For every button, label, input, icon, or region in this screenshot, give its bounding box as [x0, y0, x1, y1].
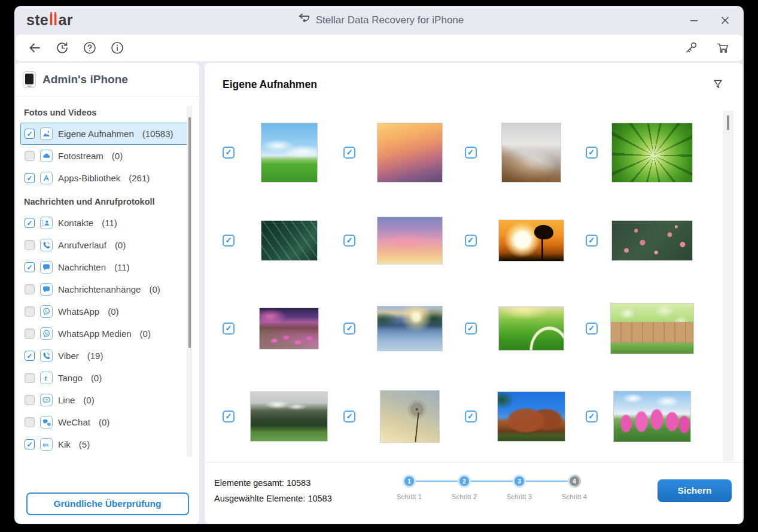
photo-thumbnail[interactable] — [613, 391, 691, 442]
buy-cart-icon[interactable] — [716, 41, 730, 55]
register-key-icon[interactable] — [684, 41, 698, 55]
photo-checkbox[interactable] — [343, 235, 355, 247]
photo-checkbox[interactable] — [223, 323, 235, 335]
photo-cell — [465, 196, 586, 284]
photo-checkbox[interactable] — [465, 411, 477, 422]
photo-thumbnail[interactable] — [377, 123, 443, 183]
svg-text:t: t — [44, 375, 47, 382]
sidebar-item[interactable]: WhatsApp Medien(0) — [20, 323, 191, 345]
photo-thumbnail[interactable] — [377, 306, 443, 351]
help-icon[interactable] — [83, 41, 97, 55]
photo-cell — [465, 284, 586, 372]
sidebar-item-count: (11) — [102, 218, 117, 228]
sidebar-scrollbar-thumb[interactable] — [188, 117, 191, 348]
sidebar-item[interactable]: kikKik(5) — [20, 433, 191, 455]
sidebar-item[interactable]: Viber(19) — [20, 345, 191, 367]
photo-wrap — [477, 391, 586, 442]
deep-scan-button[interactable]: Gründliche Überprüfung — [26, 493, 189, 515]
sidebar-item-label: Kontakte — [58, 218, 93, 228]
sidebar-item[interactable]: Anrufverlauf(0) — [20, 234, 191, 256]
sidebar-item-count: (0) — [149, 284, 160, 294]
photo-thumbnail[interactable] — [611, 123, 693, 183]
main-scrollbar[interactable] — [723, 111, 733, 461]
sidebar-item[interactable]: Nachrichten(11) — [20, 256, 191, 278]
selected-count-value: 10583 — [308, 494, 331, 503]
photo-thumbnail[interactable] — [501, 123, 561, 183]
photo-checkbox[interactable] — [586, 411, 598, 422]
category-checkbox[interactable] — [25, 417, 35, 427]
sidebar-item[interactable]: Apps-Bibliothek(261) — [20, 167, 191, 189]
category-checkbox[interactable] — [25, 129, 35, 139]
category-checkbox[interactable] — [25, 151, 35, 161]
category-checkbox[interactable] — [25, 240, 35, 250]
info-icon[interactable] — [110, 41, 124, 55]
photo-cell — [223, 196, 343, 284]
history-icon[interactable] — [55, 41, 69, 55]
photo-checkbox[interactable] — [465, 235, 477, 247]
category-checkbox[interactable] — [25, 306, 35, 317]
photo-thumbnail[interactable] — [377, 217, 443, 265]
category-checkbox[interactable] — [25, 329, 35, 339]
sidebar-section-title: Fotos und Videos — [16, 100, 199, 123]
photo-checkbox[interactable] — [223, 235, 235, 247]
photo-checkbox[interactable] — [343, 411, 355, 422]
step-2: 2Schritt 2 — [437, 475, 492, 500]
photo-checkbox[interactable] — [586, 323, 598, 335]
photo-cell — [586, 196, 707, 284]
category-checkbox[interactable] — [25, 262, 35, 272]
photo-thumbnail[interactable] — [380, 390, 440, 443]
photo-checkbox[interactable] — [465, 147, 477, 159]
sidebar-item[interactable]: Kontakte(11) — [20, 212, 191, 234]
photo-checkbox[interactable] — [343, 147, 355, 159]
photo-cell — [223, 372, 343, 460]
step-label: Schritt 3 — [492, 493, 547, 500]
category-checkbox[interactable] — [25, 439, 35, 449]
category-checkbox[interactable] — [25, 284, 35, 294]
category-checkbox[interactable] — [25, 351, 35, 361]
sidebar-item[interactable]: Line(0) — [20, 389, 191, 411]
category-checkbox[interactable] — [25, 173, 35, 183]
sidebar-item[interactable]: WeChat(0) — [20, 411, 191, 433]
photo-thumbnail[interactable] — [610, 303, 694, 354]
filter-icon[interactable] — [711, 78, 724, 91]
photo-thumbnail[interactable] — [498, 306, 564, 351]
photo-wrap — [235, 123, 343, 183]
photo-thumbnail[interactable] — [259, 308, 319, 349]
sidebar-item[interactable]: tTango(0) — [20, 367, 191, 389]
photo-checkbox[interactable] — [343, 323, 355, 335]
category-list: Fotos und VideosEigene Aufnahmen(10583)F… — [16, 96, 199, 487]
sidebar-item-label: Tango — [58, 373, 83, 383]
step-3: 3Schritt 3 — [492, 475, 547, 500]
sidebar-scrollbar[interactable] — [187, 106, 192, 457]
photo-thumbnail[interactable] — [250, 391, 328, 442]
sidebar-item-label: Kik — [58, 439, 71, 449]
sidebar-item[interactable]: WhatsApp(0) — [20, 300, 191, 323]
close-button[interactable] — [719, 14, 732, 27]
photo-checkbox[interactable] — [586, 147, 598, 159]
sidebar-item[interactable]: Eigene Aufnahmen(10583) — [20, 123, 191, 145]
photo-checkbox[interactable] — [223, 411, 235, 422]
category-checkbox[interactable] — [25, 373, 35, 383]
category-checkbox[interactable] — [25, 395, 35, 405]
photo-thumbnail[interactable] — [498, 220, 564, 262]
sidebar-item[interactable]: Fotostream(0) — [20, 145, 191, 167]
window-title-group: Stellar Data Recovery for iPhone — [294, 13, 464, 27]
device-name: Admin's iPhone — [42, 73, 128, 86]
sidebar-item-count: (0) — [91, 373, 102, 383]
sidebar-item[interactable]: Nachrichtenanhänge(0) — [20, 278, 191, 300]
main-scrollbar-thumb[interactable] — [727, 115, 729, 130]
photo-checkbox[interactable] — [586, 235, 598, 247]
save-button[interactable]: Sichern — [657, 479, 732, 502]
photo-checkbox[interactable] — [465, 323, 477, 335]
photo-thumbnail[interactable] — [261, 123, 318, 183]
back-icon[interactable] — [28, 41, 42, 55]
photo-thumbnail[interactable] — [261, 220, 318, 261]
photo-checkbox[interactable] — [223, 147, 235, 159]
sidebar-item-count: (0) — [112, 151, 123, 161]
category-checkbox[interactable] — [25, 218, 35, 228]
step-circle: 4 — [568, 475, 581, 488]
photo-thumbnail[interactable] — [611, 220, 693, 261]
photo-thumbnail[interactable] — [497, 391, 565, 442]
window-title: Stellar Data Recovery for iPhone — [316, 14, 464, 26]
minimize-button[interactable] — [687, 14, 701, 27]
